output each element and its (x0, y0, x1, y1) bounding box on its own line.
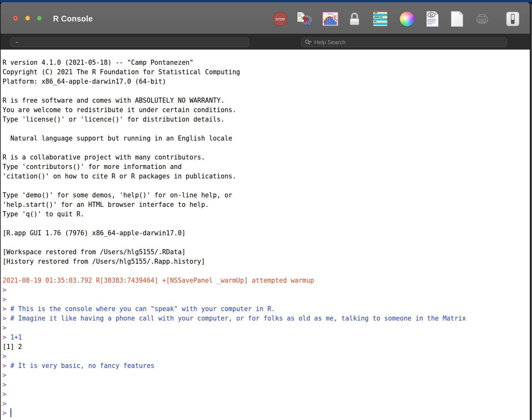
console-line (3, 86, 528, 96)
console-line: Natural language support but running in … (3, 134, 528, 143)
console-line: > 1+1 (3, 333, 528, 342)
console-line: > (3, 351, 528, 361)
console-line: [History restored from /Users/hlg5155/.R… (3, 257, 528, 266)
console-line (3, 143, 528, 153)
quartz-window-button[interactable]: Quartz (322, 11, 338, 27)
stop-icon: STOP (273, 11, 288, 27)
console-line (3, 124, 528, 134)
console-line: You are welcome to redistribute it under… (3, 105, 528, 115)
r-document-icon: R (426, 11, 439, 27)
console-line (3, 266, 528, 276)
print-button[interactable] (474, 11, 490, 27)
r-console-window: R Console STOP R .r (1, 2, 530, 420)
console-line: [1] 2 (3, 342, 528, 351)
svg-text:STOP: STOP (275, 17, 285, 21)
new-document-button[interactable] (449, 11, 465, 27)
help-search-input[interactable] (314, 39, 491, 46)
console-line: > # Imagine it like having a phone call … (3, 314, 528, 323)
console-line: Type 'contributors()' for more informati… (3, 162, 528, 171)
desktop-background-strip (0, 0, 532, 2)
svg-text:Quartz: Quartz (328, 13, 333, 15)
console-line: 'citation()' on how to cite R or R packa… (3, 171, 528, 181)
data-editor-button[interactable] (372, 11, 388, 27)
console-line: 'help.start()' for an HTML browser inter… (3, 200, 528, 209)
console-line: > (3, 389, 528, 399)
toolbar-indicator-dot (516, 71, 521, 76)
console-line: Copyright (C) 2021 The R Foundation for … (3, 67, 528, 77)
blank-document-icon (450, 11, 464, 27)
colors-button[interactable] (399, 11, 415, 27)
secondary-toolbar: ~ (1, 34, 530, 50)
console-line (3, 219, 528, 228)
quartz-plot-icon: Quartz (322, 12, 338, 26)
search-icon (305, 39, 312, 45)
color-wheel-icon (400, 12, 414, 26)
console-line: Type 'license()' or 'licence()' for dist… (3, 115, 528, 124)
console-line: Type 'q()' to quit R. (3, 209, 528, 219)
console-line: Type 'demo()' for some demos, 'help()' f… (3, 190, 528, 200)
svg-text:R: R (429, 12, 434, 18)
console-line (3, 238, 528, 247)
lock-button[interactable] (346, 11, 362, 27)
minimize-button[interactable] (25, 16, 30, 21)
open-r-source-button[interactable]: R .r (296, 11, 312, 27)
help-search-field[interactable] (301, 38, 507, 47)
preferences-button[interactable] (505, 11, 521, 27)
console-line: 2021-08-19 01:35:03.792 R[30383:7439464]… (3, 276, 528, 285)
close-button[interactable] (13, 16, 18, 21)
zoom-button[interactable] (37, 16, 42, 21)
console-line: > # It is very basic, no fancy features (3, 361, 528, 370)
preferences-switch-icon (505, 11, 521, 27)
window-title: R Console (53, 14, 93, 23)
r-source-file-icon: R .r (296, 11, 312, 27)
console-line: [R.app GUI 1.76 (7976) x86_64-apple-darw… (3, 228, 528, 238)
unsaved-dot-icon (15, 17, 16, 19)
print-icon (475, 11, 490, 27)
stop-button[interactable]: STOP (272, 11, 288, 27)
background-window-edge (531, 4, 532, 420)
working-directory-field[interactable]: ~ (10, 38, 249, 47)
new-r-document-button[interactable]: R (424, 11, 440, 27)
console-line: R is a collaborative project with many c… (3, 153, 528, 162)
data-editor-icon (372, 11, 388, 27)
working-directory-value: ~ (15, 39, 18, 45)
console-line: R is free software and comes with ABSOLU… (3, 96, 528, 105)
console-text-area[interactable]: R version 4.1.0 (2021-05-18) -- "Camp Po… (1, 50, 530, 420)
console-line: > (3, 408, 528, 418)
text-cursor (10, 408, 11, 417)
console-line: Platform: x86_64-apple-darwin17.0 (64-bi… (3, 77, 528, 86)
console-line: > (3, 399, 528, 408)
lock-icon (347, 11, 362, 27)
console-line: > (3, 380, 528, 389)
console-line (3, 181, 528, 190)
title-bar[interactable]: R Console STOP R .r (1, 2, 530, 34)
console-line: > (3, 370, 528, 380)
console-line: R version 4.1.0 (2021-05-18) -- "Camp Po… (3, 58, 528, 67)
console-line: > (3, 295, 528, 304)
console-line: > (3, 285, 528, 295)
console-line: [Workspace restored from /Users/hlg5155/… (3, 247, 528, 257)
console-line: > # This is the console where you can "s… (3, 304, 528, 314)
console-line: > (3, 323, 528, 333)
